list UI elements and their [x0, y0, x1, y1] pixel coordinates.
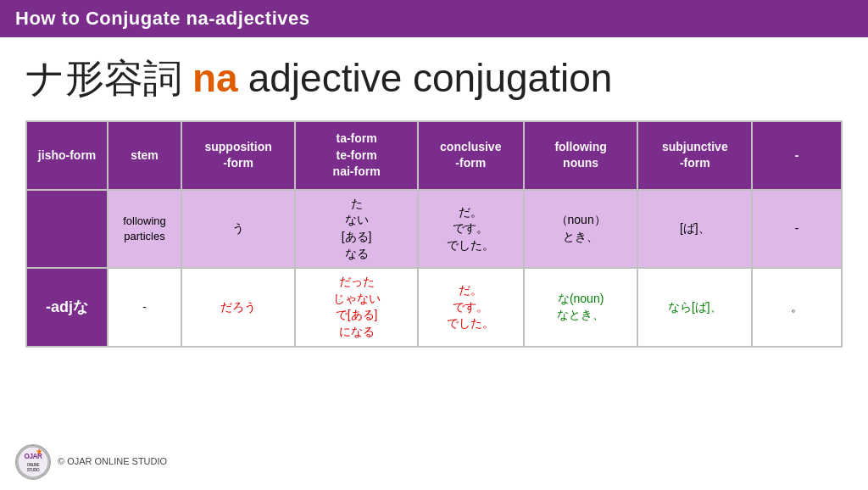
- main-content: ナ形容詞 na adjective conjugation jisho-form…: [0, 37, 868, 490]
- copyright-text: © OJAR ONLINE STUDIO: [58, 455, 167, 468]
- row1-col1: [26, 190, 108, 268]
- header-subjunctive: subjunctive-form: [637, 121, 752, 190]
- row2-col7: なら[ば]、: [637, 268, 752, 346]
- table-row: followingparticles う た ない [ある] なる だ。 です。…: [26, 190, 842, 268]
- row2-col3: だろう: [181, 268, 296, 346]
- footer: OJAR ONLINE STUDIO © OJAR ONLINE STUDIO: [15, 444, 167, 480]
- top-bar: How to Conjugate na-adjectives: [0, 0, 868, 37]
- kanji-heading: ナ形容詞: [25, 53, 182, 105]
- logo-icon: OJAR ONLINE STUDIO: [15, 444, 51, 480]
- svg-text:OJAR: OJAR: [25, 453, 42, 460]
- svg-text:STUDIO: STUDIO: [27, 468, 40, 472]
- table-row: -adjな - だろう だった じゃない で[ある] になる だ。 です。 でし…: [26, 268, 842, 346]
- row2-col2: -: [108, 268, 181, 346]
- header-conclusive: conclusive-form: [418, 121, 524, 190]
- svg-text:ONLINE: ONLINE: [27, 463, 40, 467]
- header-supposition: supposition-form: [181, 121, 296, 190]
- row1-col2: followingparticles: [108, 190, 181, 268]
- rest-heading: adjective conjugation: [248, 55, 613, 101]
- row1-col8: -: [752, 190, 842, 268]
- header-dash: -: [752, 121, 842, 190]
- table-header-row: jisho-form stem supposition-form ta-form…: [26, 121, 842, 190]
- footer-text: © OJAR ONLINE STUDIO: [58, 455, 167, 468]
- row2-col8: 。: [752, 268, 842, 346]
- header-stem: stem: [108, 121, 181, 190]
- row2-col1: -adjな: [26, 268, 108, 346]
- row1-col5: だ。 です。 でした。: [418, 190, 524, 268]
- header-following-nouns: followingnouns: [524, 121, 638, 190]
- svg-point-0: [18, 447, 48, 477]
- row1-col4: た ない [ある] なる: [295, 190, 417, 268]
- row1-col3: う: [181, 190, 296, 268]
- top-bar-title: How to Conjugate na-adjectives: [15, 8, 310, 30]
- header-ta-form: ta-formte-formnai-form: [295, 121, 417, 190]
- conjugation-table: jisho-form stem supposition-form ta-form…: [25, 120, 843, 348]
- row2-col5: だ。 です。 でした。: [418, 268, 524, 346]
- row2-col6: な(noun) なとき、: [524, 268, 638, 346]
- na-heading: na: [192, 55, 238, 101]
- row1-col6: （noun） とき、: [524, 190, 638, 268]
- header-jisho: jisho-form: [26, 121, 108, 190]
- row1-col7: [ば]、: [637, 190, 752, 268]
- page-heading: ナ形容詞 na adjective conjugation: [25, 53, 843, 105]
- row2-col4: だった じゃない で[ある] になる: [295, 268, 417, 346]
